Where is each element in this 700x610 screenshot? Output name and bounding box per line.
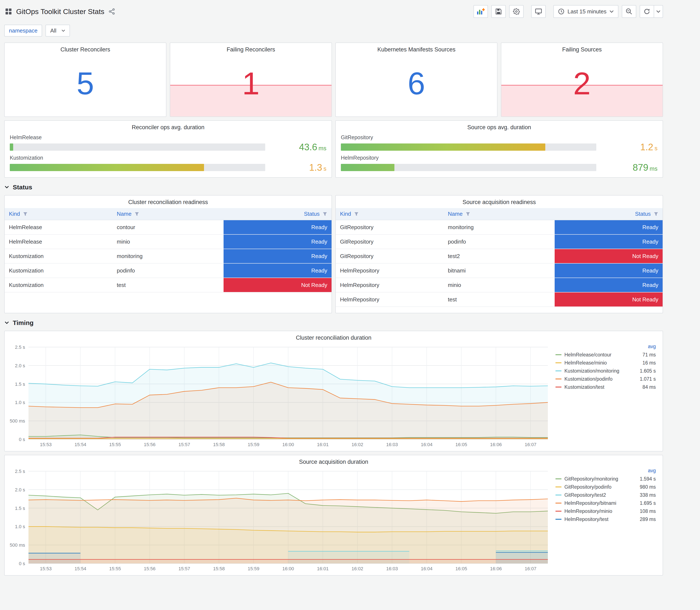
svg-text:16:05: 16:05 (455, 442, 467, 447)
legend-item[interactable]: Kustomization/podinfo 1.071 s (555, 375, 656, 383)
cell-status: Ready (555, 235, 663, 249)
zoom-out-icon (625, 8, 632, 15)
legend-item[interactable]: HelmRepository/test 289 ms (555, 515, 656, 523)
series-name: GitRepository/podinfo (565, 484, 612, 490)
legend-item[interactable]: GitRepository/test2 338 ms (555, 491, 656, 499)
table-row: GitRepository monitoring Ready (336, 220, 663, 235)
bar-gauge-fill (10, 164, 204, 171)
panel-title[interactable]: Source acquisition readiness (336, 195, 663, 207)
legend-item[interactable]: Kustomization/test 84 ms (555, 383, 656, 391)
timeseries-legend: avg HelmRelease/contour 71 ms HelmReleas… (554, 343, 661, 449)
column-header-name[interactable]: Name (444, 208, 555, 220)
share-icon[interactable] (109, 8, 115, 15)
filter-icon[interactable] (354, 212, 359, 216)
series-avg-value: 289 ms (640, 516, 656, 522)
save-icon (495, 8, 502, 15)
filter-icon[interactable] (323, 212, 327, 216)
refresh-interval-button[interactable] (654, 5, 663, 18)
cell-kind: Kustomization (5, 278, 113, 292)
series-color-swatch (555, 363, 561, 363)
bar-gauge-row: Kustomization 1.3s (10, 155, 326, 173)
panel-title[interactable]: Source ops avg. duration (336, 121, 663, 132)
column-header-name[interactable]: Name (113, 208, 224, 220)
bar-gauge-label: GitRepository (341, 134, 657, 141)
legend-item[interactable]: GitRepository/monitoring 1.594 s (555, 475, 656, 483)
top-navbar: GitOps Toolkit Cluster Stats Last 15 min… (4, 2, 663, 20)
svg-text:2.0 s: 2.0 s (15, 487, 25, 493)
tables-row: Cluster reconciliation readiness KindNam… (4, 195, 663, 313)
variable-value-dropdown[interactable]: All (46, 25, 70, 36)
status-badge: Ready (555, 278, 663, 292)
refresh-button[interactable] (640, 5, 654, 18)
svg-text:0 s: 0 s (19, 561, 25, 566)
dashboard-title: GitOps Toolkit Cluster Stats (16, 7, 104, 16)
cell-name: bitnami (444, 263, 555, 278)
legend-avg-header[interactable]: avg (555, 344, 656, 349)
filter-icon[interactable] (134, 212, 139, 216)
stat-panel-failing-sources: Failing Sources 2 (501, 43, 663, 117)
svg-text:500 ms: 500 ms (10, 542, 25, 548)
series-color-swatch (555, 370, 561, 371)
add-panel-button[interactable] (473, 5, 488, 18)
series-avg-value: 1.605 s (640, 368, 656, 374)
save-dashboard-button[interactable] (491, 5, 506, 18)
series-color-swatch (555, 511, 561, 512)
cell-name: podinfo (113, 263, 224, 278)
time-picker-button[interactable]: Last 15 minutes (553, 5, 618, 18)
panel-title[interactable]: Kubernetes Manifests Sources (336, 43, 497, 54)
timeseries-canvas[interactable]: 0 s500 ms1.0 s1.5 s2.0 s2.5 s15:5315:541… (6, 467, 554, 574)
legend-avg-header[interactable]: avg (555, 468, 656, 473)
column-header-kind[interactable]: Kind (5, 208, 113, 220)
column-header-status[interactable]: Status (224, 208, 331, 220)
cell-kind: HelmRelease (5, 220, 113, 235)
panel-title[interactable]: Reconciler ops avg. duration (5, 121, 331, 132)
column-header-kind[interactable]: Kind (336, 208, 444, 220)
variable-label-namespace[interactable]: namespace (4, 25, 42, 36)
svg-text:0 s: 0 s (19, 437, 25, 442)
table-row: HelmRelease minio Ready (5, 235, 331, 249)
panel-title[interactable]: Cluster reconciliation readiness (5, 195, 331, 207)
panel-title[interactable]: Source acquisition duration (5, 455, 663, 467)
cycle-view-button[interactable] (531, 5, 546, 18)
dashboard-settings-button[interactable] (509, 5, 524, 18)
svg-text:15:55: 15:55 (109, 566, 121, 571)
cell-name: minio (444, 278, 555, 292)
panel-title[interactable]: Cluster Reconcilers (5, 43, 166, 54)
column-header-status[interactable]: Status (555, 208, 663, 220)
cell-kind: GitRepository (336, 249, 444, 263)
panel-title[interactable]: Cluster reconciliation duration (5, 331, 663, 343)
legend-item[interactable]: HelmRelease/contour 71 ms (555, 351, 656, 359)
series-name: Kustomization/test (565, 384, 604, 390)
section-header-timing[interactable]: Timing (4, 319, 663, 326)
filter-icon[interactable] (23, 212, 28, 216)
bar-gauge-row: HelmRelease 43.6ms (10, 134, 326, 152)
legend-item[interactable]: HelmRepository/minio 108 ms (555, 507, 656, 515)
cell-kind: HelmRepository (336, 292, 444, 307)
timeseries-plot[interactable]: 0 s500 ms1.0 s1.5 s2.0 s2.5 s15:5315:541… (6, 467, 554, 574)
bar-gauge-label: Kustomization (10, 155, 326, 161)
time-range-label: Last 15 minutes (567, 8, 606, 15)
refresh-icon (644, 8, 650, 15)
bar-gauge-label: HelmRelease (10, 134, 326, 141)
panel-title[interactable]: Failing Sources (501, 43, 663, 54)
cell-status: Ready (555, 278, 663, 292)
chevron-down-icon (656, 10, 661, 13)
section-header-status[interactable]: Status (4, 183, 663, 191)
timeseries-plot[interactable]: 0 s500 ms1.0 s1.5 s2.0 s2.5 s15:5315:541… (6, 343, 554, 449)
legend-item[interactable]: Kustomization/monitoring 1.605 s (555, 367, 656, 375)
panel-title[interactable]: Failing Reconcilers (170, 43, 331, 54)
filter-icon[interactable] (466, 212, 470, 216)
legend-item[interactable]: HelmRelease/minio 16 ms (555, 359, 656, 367)
dashboard-icon[interactable] (5, 8, 12, 15)
series-name: HelmRelease/minio (565, 360, 607, 366)
svg-text:16:00: 16:00 (282, 442, 294, 447)
legend-item[interactable]: HelmRepository/bitnami 1.695 s (555, 499, 656, 507)
series-name: HelmRelease/contour (565, 352, 612, 358)
zoom-out-button[interactable] (622, 5, 636, 18)
legend-item[interactable]: GitRepository/podinfo 980 ms (555, 483, 656, 491)
cell-status: Ready (555, 263, 663, 278)
cell-status: Ready (224, 235, 331, 249)
table-panel-cluster-readiness: Cluster reconciliation readiness KindNam… (4, 195, 332, 313)
timeseries-canvas[interactable]: 0 s500 ms1.0 s1.5 s2.0 s2.5 s15:5315:541… (6, 343, 554, 450)
filter-icon[interactable] (654, 212, 658, 216)
